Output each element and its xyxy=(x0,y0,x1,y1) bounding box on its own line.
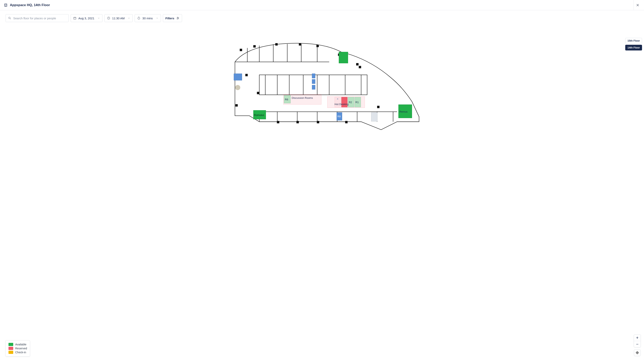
close-icon xyxy=(636,3,640,7)
svg-rect-52 xyxy=(246,74,248,76)
svg-rect-8 xyxy=(74,17,76,19)
date-value: Aug 3, 2021 xyxy=(78,16,94,20)
room-r2[interactable]: R2 xyxy=(348,97,354,107)
legend-label-checkin: Check-in xyxy=(15,351,26,354)
zoom-out-button[interactable] xyxy=(634,341,641,347)
zoom-in-button[interactable] xyxy=(634,335,641,341)
time-value: 11:30 AM xyxy=(112,16,124,20)
svg-rect-61 xyxy=(359,66,361,68)
svg-rect-54 xyxy=(235,104,238,106)
room-upper-green[interactable] xyxy=(339,52,348,63)
legend-label-reserved: Reserved xyxy=(15,347,27,350)
locate-button[interactable] xyxy=(634,349,641,356)
close-button[interactable] xyxy=(635,2,640,8)
legend-item-reserved: Reserved xyxy=(8,347,27,350)
svg-rect-2 xyxy=(6,4,6,4)
page-title: Appspace HQ, 14th Floor xyxy=(10,3,50,7)
floor-option-15[interactable]: 15th Floor xyxy=(625,38,642,44)
plus-icon xyxy=(636,336,639,339)
svg-rect-47 xyxy=(275,43,278,45)
legend-label-available: Available xyxy=(15,343,26,346)
chevron-down-icon xyxy=(128,17,130,19)
discussion-rooms-label: Discussion Rooms xyxy=(292,96,313,99)
duration-picker[interactable]: 30 mins xyxy=(135,14,161,22)
svg-rect-58 xyxy=(317,121,319,123)
legend-item-available: Available xyxy=(8,343,27,347)
room-r1-label: R1 xyxy=(355,101,359,104)
zoom-controls xyxy=(634,334,641,356)
floor-selector: 15th Floor 14th Floor xyxy=(625,38,642,50)
duration-value: 30 mins xyxy=(142,16,153,20)
hot-desking-label: Hot Desking xyxy=(335,103,349,106)
filters-label: Filters xyxy=(166,16,174,20)
svg-point-17 xyxy=(178,18,179,18)
x-icon: ✕ xyxy=(336,98,338,100)
zone-blue-mid-2[interactable] xyxy=(312,79,315,84)
svg-line-7 xyxy=(10,18,11,19)
svg-rect-51 xyxy=(356,63,358,65)
svg-rect-49 xyxy=(316,45,319,47)
svg-point-15 xyxy=(177,17,178,18)
svg-rect-5 xyxy=(6,6,6,6)
room-remus-label: Remus xyxy=(400,110,408,113)
search-icon xyxy=(8,16,11,20)
svg-point-19 xyxy=(177,19,178,19)
swatch-checkin xyxy=(8,351,13,354)
calendar-icon xyxy=(73,16,76,20)
room-r8[interactable]: R8 xyxy=(336,112,342,120)
sliders-icon xyxy=(176,16,180,20)
room-romulus-label: Romulus xyxy=(254,114,264,117)
legend-item-checkin: Check-in xyxy=(8,350,27,354)
search-field[interactable] xyxy=(6,14,69,22)
zoom-group xyxy=(634,334,641,347)
swatch-available xyxy=(8,343,13,346)
search-input[interactable] xyxy=(13,16,66,20)
timer-icon xyxy=(137,16,140,20)
date-picker[interactable]: Aug 3, 2021 xyxy=(71,14,102,22)
floorplan-outline xyxy=(217,28,427,142)
chevron-down-icon xyxy=(98,17,100,19)
room-r1[interactable]: R1 xyxy=(354,97,361,107)
header-bar: Appspace HQ, 14th Floor xyxy=(0,0,644,10)
svg-rect-4 xyxy=(6,5,6,5)
desk-reserved[interactable] xyxy=(341,97,348,107)
svg-point-13 xyxy=(138,17,140,19)
svg-rect-3 xyxy=(5,5,5,5)
room-r6[interactable]: R6 xyxy=(284,95,290,103)
svg-point-63 xyxy=(637,353,638,353)
zone-blue-mid-1[interactable] xyxy=(312,74,315,78)
svg-rect-56 xyxy=(277,121,279,123)
floor-option-14[interactable]: 14th Floor xyxy=(625,45,642,50)
svg-rect-60 xyxy=(377,106,380,108)
zone-blue-left[interactable] xyxy=(234,74,242,80)
clock-icon xyxy=(107,16,110,20)
legend: Available Reserved Check-in xyxy=(6,340,30,357)
room-r6-label: R6 xyxy=(285,98,288,101)
svg-rect-46 xyxy=(253,45,256,47)
svg-rect-57 xyxy=(296,121,299,123)
header-divider xyxy=(634,0,634,10)
svg-rect-59 xyxy=(345,121,348,123)
crosshair-icon xyxy=(636,351,639,355)
filters-button[interactable]: Filters xyxy=(163,14,182,22)
chevron-down-icon xyxy=(156,17,158,19)
room-r2-label: R2 xyxy=(349,101,352,104)
desk-unavailable[interactable]: ✕ xyxy=(335,97,341,107)
app-root: Appspace HQ, 14th Floor Aug 3, 2021 xyxy=(0,0,644,360)
floor-map[interactable]: R6 Discussion Rooms ✕ R2 R1 Hot Desking … xyxy=(217,28,427,142)
svg-rect-53 xyxy=(257,92,259,94)
room-r8-label: R8 xyxy=(338,115,341,118)
time-picker[interactable]: 11:30 AM xyxy=(104,14,133,22)
svg-rect-48 xyxy=(299,43,301,45)
zone-grey[interactable] xyxy=(371,112,378,121)
svg-rect-45 xyxy=(240,49,242,51)
svg-rect-1 xyxy=(5,4,5,4)
canvas: 15th Floor 14th Floor xyxy=(0,24,644,360)
toolbar: Aug 3, 2021 11:30 AM 30 mins Filte xyxy=(0,10,644,24)
minus-icon xyxy=(636,343,639,346)
swatch-reserved xyxy=(8,347,13,350)
zone-blue-mid-3[interactable] xyxy=(312,85,315,90)
building-icon xyxy=(4,3,8,7)
svg-point-6 xyxy=(9,17,10,19)
